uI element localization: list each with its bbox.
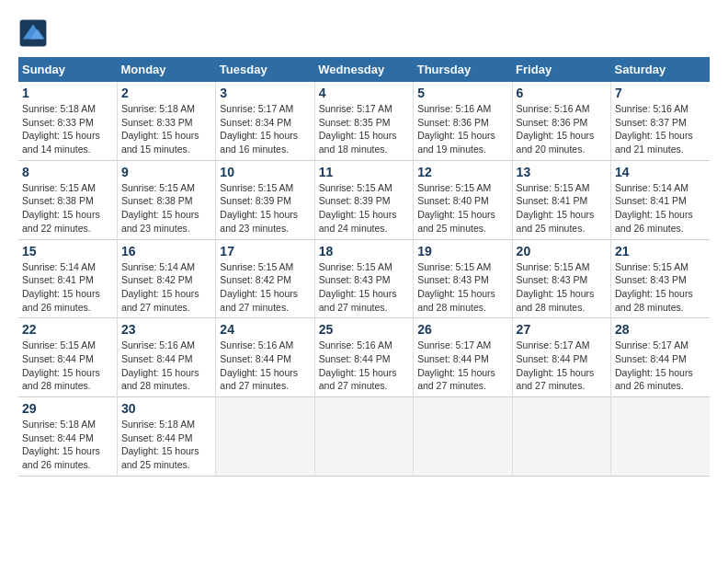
day-number: 26 xyxy=(417,322,507,337)
day-number: 23 xyxy=(121,322,211,337)
day-number: 29 xyxy=(22,401,113,416)
day-cell-23: 23 Sunrise: 5:16 AM Sunset: 8:44 PM Dayl… xyxy=(117,318,215,397)
day-number: 19 xyxy=(417,244,507,259)
header-sunday: Sunday xyxy=(18,57,117,82)
day-number: 17 xyxy=(220,244,310,259)
week-row-5: 29 Sunrise: 5:18 AM Sunset: 8:44 PM Dayl… xyxy=(18,397,710,477)
day-cell-13: 13 Sunrise: 5:15 AM Sunset: 8:41 PM Dayl… xyxy=(512,160,610,239)
day-number: 14 xyxy=(615,165,706,179)
day-number: 25 xyxy=(319,322,409,337)
day-number: 2 xyxy=(121,86,211,100)
day-info: Sunrise: 5:15 AM Sunset: 8:43 PM Dayligh… xyxy=(319,260,409,315)
day-cell-3: 3 Sunrise: 5:17 AM Sunset: 8:34 PM Dayli… xyxy=(216,82,314,160)
day-number: 27 xyxy=(517,322,607,337)
day-info: Sunrise: 5:15 AM Sunset: 8:41 PM Dayligh… xyxy=(517,181,607,236)
day-info: Sunrise: 5:15 AM Sunset: 8:38 PM Dayligh… xyxy=(121,181,211,236)
calendar-header-row: SundayMondayTuesdayWednesdayThursdayFrid… xyxy=(18,57,710,82)
day-number: 10 xyxy=(220,165,310,179)
day-number: 11 xyxy=(319,165,409,179)
day-info: Sunrise: 5:15 AM Sunset: 8:42 PM Dayligh… xyxy=(220,260,310,315)
day-cell-9: 9 Sunrise: 5:15 AM Sunset: 8:38 PM Dayli… xyxy=(117,160,215,239)
day-info: Sunrise: 5:16 AM Sunset: 8:44 PM Dayligh… xyxy=(121,339,211,393)
day-number: 1 xyxy=(22,86,113,100)
day-info: Sunrise: 5:17 AM Sunset: 8:44 PM Dayligh… xyxy=(615,339,706,393)
day-cell-16: 16 Sunrise: 5:14 AM Sunset: 8:42 PM Dayl… xyxy=(117,239,215,318)
day-cell-10: 10 Sunrise: 5:15 AM Sunset: 8:39 PM Dayl… xyxy=(216,160,314,239)
day-info: Sunrise: 5:18 AM Sunset: 8:33 PM Dayligh… xyxy=(22,102,113,156)
day-cell-18: 18 Sunrise: 5:15 AM Sunset: 8:43 PM Dayl… xyxy=(314,239,413,318)
day-number: 12 xyxy=(417,165,507,179)
day-info: Sunrise: 5:18 AM Sunset: 8:33 PM Dayligh… xyxy=(121,102,211,156)
header-wednesday: Wednesday xyxy=(314,57,413,82)
day-number: 6 xyxy=(517,86,607,100)
day-cell-7: 7 Sunrise: 5:16 AM Sunset: 8:37 PM Dayli… xyxy=(611,82,710,160)
day-info: Sunrise: 5:15 AM Sunset: 8:43 PM Dayligh… xyxy=(517,260,607,315)
day-number: 5 xyxy=(417,86,507,100)
week-row-3: 15 Sunrise: 5:14 AM Sunset: 8:41 PM Dayl… xyxy=(18,239,710,318)
day-number: 28 xyxy=(615,322,706,337)
day-cell-22: 22 Sunrise: 5:15 AM Sunset: 8:44 PM Dayl… xyxy=(18,318,117,397)
day-cell-14: 14 Sunrise: 5:14 AM Sunset: 8:41 PM Dayl… xyxy=(611,160,710,239)
day-info: Sunrise: 5:15 AM Sunset: 8:38 PM Dayligh… xyxy=(22,181,113,236)
day-cell-1: 1 Sunrise: 5:18 AM Sunset: 8:33 PM Dayli… xyxy=(18,82,117,160)
day-cell-2: 2 Sunrise: 5:18 AM Sunset: 8:33 PM Dayli… xyxy=(117,82,215,160)
header-friday: Friday xyxy=(512,57,610,82)
empty-cell xyxy=(611,397,710,477)
day-cell-15: 15 Sunrise: 5:14 AM Sunset: 8:41 PM Dayl… xyxy=(18,239,117,318)
day-info: Sunrise: 5:17 AM Sunset: 8:44 PM Dayligh… xyxy=(417,339,507,393)
empty-cell xyxy=(216,397,314,477)
day-cell-20: 20 Sunrise: 5:15 AM Sunset: 8:43 PM Dayl… xyxy=(512,239,610,318)
day-info: Sunrise: 5:16 AM Sunset: 8:37 PM Dayligh… xyxy=(615,102,706,156)
day-number: 18 xyxy=(319,244,409,259)
day-info: Sunrise: 5:15 AM Sunset: 8:39 PM Dayligh… xyxy=(220,181,310,236)
day-cell-21: 21 Sunrise: 5:15 AM Sunset: 8:43 PM Dayl… xyxy=(611,239,710,318)
day-number: 30 xyxy=(121,401,211,416)
header-thursday: Thursday xyxy=(414,57,512,82)
logo xyxy=(18,18,51,48)
day-cell-19: 19 Sunrise: 5:15 AM Sunset: 8:43 PM Dayl… xyxy=(414,239,512,318)
day-info: Sunrise: 5:15 AM Sunset: 8:44 PM Dayligh… xyxy=(22,339,113,393)
day-number: 22 xyxy=(22,322,113,337)
day-number: 15 xyxy=(22,244,113,259)
day-info: Sunrise: 5:16 AM Sunset: 8:44 PM Dayligh… xyxy=(319,339,409,393)
day-info: Sunrise: 5:15 AM Sunset: 8:43 PM Dayligh… xyxy=(615,260,706,315)
page-header xyxy=(18,18,710,48)
day-info: Sunrise: 5:17 AM Sunset: 8:44 PM Dayligh… xyxy=(517,339,607,393)
day-number: 24 xyxy=(220,322,310,337)
day-info: Sunrise: 5:16 AM Sunset: 8:44 PM Dayligh… xyxy=(220,339,310,393)
day-cell-8: 8 Sunrise: 5:15 AM Sunset: 8:38 PM Dayli… xyxy=(18,160,117,239)
day-number: 8 xyxy=(22,165,113,179)
day-number: 16 xyxy=(121,244,211,259)
day-cell-6: 6 Sunrise: 5:16 AM Sunset: 8:36 PM Dayli… xyxy=(512,82,610,160)
week-row-2: 8 Sunrise: 5:15 AM Sunset: 8:38 PM Dayli… xyxy=(18,160,710,239)
day-cell-30: 30 Sunrise: 5:18 AM Sunset: 8:44 PM Dayl… xyxy=(117,397,215,477)
day-cell-24: 24 Sunrise: 5:16 AM Sunset: 8:44 PM Dayl… xyxy=(216,318,314,397)
day-cell-28: 28 Sunrise: 5:17 AM Sunset: 8:44 PM Dayl… xyxy=(611,318,710,397)
day-number: 13 xyxy=(517,165,607,179)
day-cell-29: 29 Sunrise: 5:18 AM Sunset: 8:44 PM Dayl… xyxy=(18,397,117,477)
day-info: Sunrise: 5:16 AM Sunset: 8:36 PM Dayligh… xyxy=(517,102,607,156)
day-info: Sunrise: 5:17 AM Sunset: 8:34 PM Dayligh… xyxy=(220,102,310,156)
day-number: 9 xyxy=(121,165,211,179)
calendar-table: SundayMondayTuesdayWednesdayThursdayFrid… xyxy=(18,57,710,477)
day-cell-26: 26 Sunrise: 5:17 AM Sunset: 8:44 PM Dayl… xyxy=(414,318,512,397)
empty-cell xyxy=(314,397,413,477)
day-number: 21 xyxy=(615,244,706,259)
day-number: 7 xyxy=(615,86,706,100)
header-tuesday: Tuesday xyxy=(216,57,314,82)
day-info: Sunrise: 5:16 AM Sunset: 8:36 PM Dayligh… xyxy=(417,102,507,156)
empty-cell xyxy=(414,397,512,477)
day-cell-5: 5 Sunrise: 5:16 AM Sunset: 8:36 PM Dayli… xyxy=(414,82,512,160)
day-number: 3 xyxy=(220,86,310,100)
day-info: Sunrise: 5:15 AM Sunset: 8:39 PM Dayligh… xyxy=(319,181,409,236)
day-info: Sunrise: 5:18 AM Sunset: 8:44 PM Dayligh… xyxy=(22,418,113,472)
empty-cell xyxy=(512,397,610,477)
day-cell-27: 27 Sunrise: 5:17 AM Sunset: 8:44 PM Dayl… xyxy=(512,318,610,397)
day-info: Sunrise: 5:17 AM Sunset: 8:35 PM Dayligh… xyxy=(319,102,409,156)
week-row-4: 22 Sunrise: 5:15 AM Sunset: 8:44 PM Dayl… xyxy=(18,318,710,397)
day-info: Sunrise: 5:15 AM Sunset: 8:40 PM Dayligh… xyxy=(417,181,507,236)
day-info: Sunrise: 5:14 AM Sunset: 8:41 PM Dayligh… xyxy=(615,181,706,236)
day-cell-17: 17 Sunrise: 5:15 AM Sunset: 8:42 PM Dayl… xyxy=(216,239,314,318)
day-info: Sunrise: 5:14 AM Sunset: 8:42 PM Dayligh… xyxy=(121,260,211,315)
day-cell-4: 4 Sunrise: 5:17 AM Sunset: 8:35 PM Dayli… xyxy=(314,82,413,160)
